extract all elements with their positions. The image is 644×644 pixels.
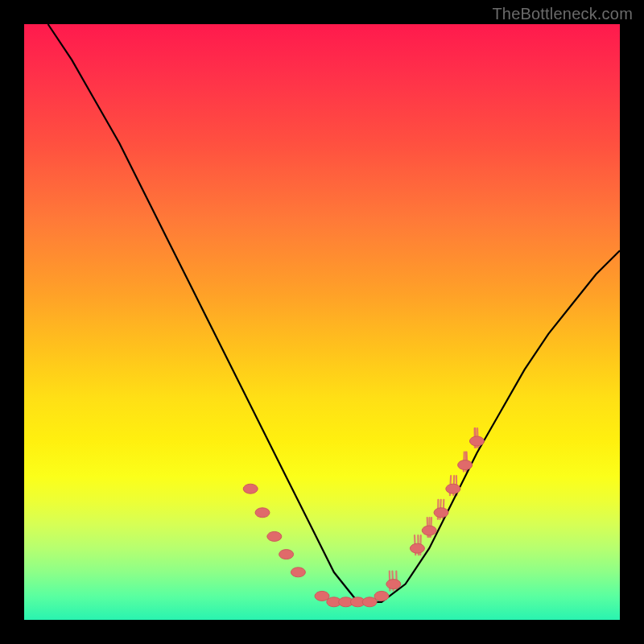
bottleneck-curve [48, 24, 620, 602]
highlight-dot [279, 550, 294, 559]
highlight-dot [315, 591, 329, 601]
plot-area [24, 24, 620, 620]
highlight-dot [374, 591, 389, 601]
highlight-dot [469, 436, 484, 446]
tick-cluster [390, 428, 478, 591]
watermark-text: TheBottleneck.com [492, 5, 633, 23]
highlight-dot [267, 531, 282, 541]
highlight-dot [362, 597, 377, 607]
highlight-dot [291, 568, 305, 577]
highlight-dot [422, 526, 436, 535]
highlight-dot [386, 580, 401, 589]
chart-svg [24, 24, 620, 620]
highlight-dot [255, 508, 270, 518]
chart-frame: TheBottleneck.com [0, 0, 644, 644]
highlight-dot [458, 460, 473, 470]
highlight-dot [434, 508, 448, 518]
highlight-dot [410, 543, 424, 553]
highlight-dot [446, 484, 460, 493]
highlight-dot [243, 484, 258, 493]
